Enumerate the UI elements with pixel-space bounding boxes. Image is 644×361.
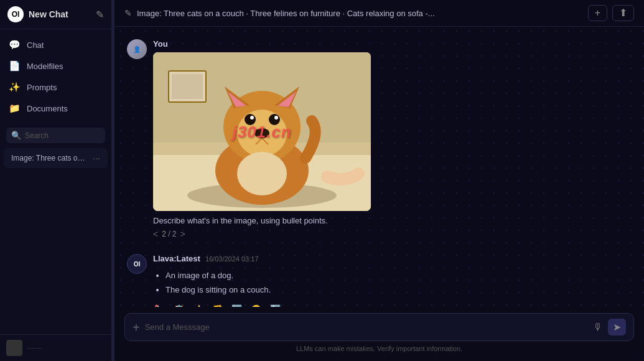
svg-point-11	[245, 114, 256, 125]
user-message-row: 👤 You	[127, 39, 632, 244]
user-sender-name: You	[153, 39, 632, 49]
disclaimer-text: LLMs can make mistakes. Verify important…	[124, 345, 634, 352]
prompts-icon: ✨	[9, 82, 21, 93]
svg-rect-18	[172, 74, 203, 99]
user-prompt-text: Describe what's in the image, using bull…	[153, 216, 632, 225]
user-avatar	[6, 340, 22, 356]
documents-icon: 📁	[9, 103, 21, 114]
user-avatar-icon: 👤	[127, 39, 147, 59]
chat-input-box: + 🎙 ➤	[124, 313, 634, 341]
user-info: ········	[6, 340, 105, 356]
svg-point-12	[269, 114, 280, 125]
chat-header: ✎ Image: Three cats on a couch · Three f…	[114, 0, 644, 27]
chat-input-area: + 🎙 ➤ LLMs can make mistakes. Verify imp…	[114, 307, 644, 361]
svg-point-16	[237, 152, 287, 195]
mic-button[interactable]: 🎙	[593, 322, 603, 333]
app-logo: OI	[7, 6, 24, 22]
sidebar-item-documents[interactable]: 📁 Documents	[0, 98, 111, 119]
chat-header-title: Image: Three cats on a couch · Three fel…	[137, 9, 435, 18]
sidebar: OI New Chat ✎ 💬 Chat 📄 Modelfiles ✨ Prom…	[0, 0, 112, 361]
search-bar[interactable]: 🔍	[6, 128, 105, 143]
search-icon: 🔍	[11, 131, 21, 140]
ai-avatar-icon: OI	[127, 254, 147, 274]
header-edit-icon[interactable]: ✎	[124, 8, 132, 18]
sidebar-nav: 💬 Chat 📄 Modelfiles ✨ Prompts 📁 Document…	[0, 29, 111, 124]
new-chat-icon[interactable]: ✎	[96, 9, 104, 21]
ai-sender-name: Llava:Latest	[153, 254, 200, 263]
send-button[interactable]: ➤	[608, 319, 626, 335]
sidebar-title: New Chat	[29, 9, 68, 19]
next-arrow[interactable]: >	[180, 229, 185, 239]
chat-icon: 💬	[9, 39, 21, 50]
ai-message-header: Llava:Latest 16/03/2024 03:17	[153, 254, 632, 263]
chat-header-title-row: ✎ Image: Three cats on a couch · Three f…	[124, 8, 435, 18]
pagination-info: 2 / 2	[162, 230, 176, 238]
chat-history-item[interactable]: Image: Three cats on a couch ···	[4, 148, 108, 168]
sidebar-item-chat[interactable]: 💬 Chat	[0, 34, 111, 55]
svg-point-15	[254, 128, 269, 138]
search-input[interactable]	[25, 131, 100, 140]
svg-point-13	[250, 116, 254, 120]
sidebar-header: OI New Chat ✎	[0, 0, 111, 29]
svg-point-14	[274, 116, 278, 120]
sidebar-item-modelfiles[interactable]: 📄 Modelfiles	[0, 55, 111, 77]
header-actions: + ⬆	[588, 5, 634, 21]
logo-row: OI New Chat	[7, 6, 68, 22]
message-input[interactable]	[145, 322, 588, 332]
chat-messages: 👤 You	[114, 27, 644, 307]
uploaded-image: j301.cn	[153, 52, 371, 211]
dog-illustration	[153, 52, 371, 211]
sidebar-item-prompts[interactable]: ✨ Prompts	[0, 77, 111, 98]
modelfiles-icon: 📄	[9, 60, 21, 72]
sidebar-item-modelfiles-label: Modelfiles	[27, 62, 63, 71]
main-content: ✎ Image: Three cats on a couch · Three f…	[114, 0, 644, 361]
ai-bullet-2: The dog is sitting on a couch.	[166, 283, 632, 297]
chat-history-dots[interactable]: ···	[93, 153, 100, 163]
attach-button[interactable]: +	[133, 321, 140, 334]
sidebar-bottom: ········	[0, 334, 111, 361]
ai-message-row: OI Llava:Latest 16/03/2024 03:17 An imag…	[127, 254, 632, 307]
sidebar-item-documents-label: Documents	[27, 104, 68, 113]
ai-bullet-1: An image of a dog.	[166, 268, 632, 283]
prev-arrow[interactable]: <	[153, 229, 158, 239]
sidebar-item-prompts-label: Prompts	[27, 83, 57, 92]
sidebar-item-chat-label: Chat	[27, 40, 44, 50]
ai-message-timestamp: 16/03/2024 03:17	[205, 255, 259, 263]
header-plus-button[interactable]: +	[588, 5, 607, 21]
header-share-button[interactable]: ⬆	[612, 5, 634, 21]
chat-history-label: Image: Three cats on a couch	[11, 154, 86, 162]
ai-message-content: Llava:Latest 16/03/2024 03:17 An image o…	[153, 254, 632, 307]
ai-bullet-list: An image of a dog. The dog is sitting on…	[153, 268, 632, 298]
pagination: < 2 / 2 >	[153, 229, 632, 239]
user-message-content: You	[153, 39, 632, 244]
user-name: ········	[27, 344, 42, 352]
